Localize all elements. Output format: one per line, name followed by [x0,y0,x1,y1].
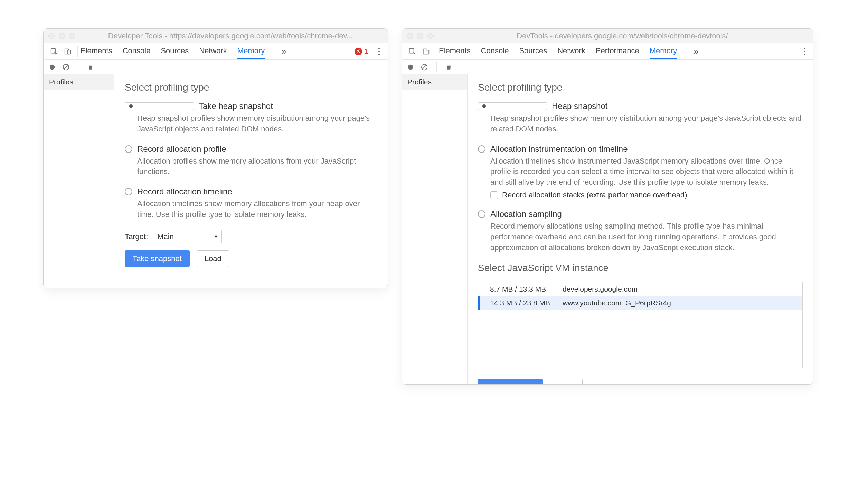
action-buttons: Take snapshot Load [125,250,377,267]
close-window-icon[interactable] [48,33,55,39]
chevron-down-icon: ▾ [215,233,217,240]
settings-kebab-icon[interactable] [374,43,384,60]
option-description: Record memory allocations using sampling… [478,221,803,253]
vm-size: 8.7 MB / 13.3 MB [480,285,559,293]
page-heading: Select profiling type [125,82,377,93]
titlebar: DevTools - developers.google.com/web/too… [402,29,813,43]
tab-sources[interactable]: Sources [519,43,547,59]
action-buttons: Take snapshot Load [478,379,803,384]
sidebar: Profiles [44,74,114,288]
option-label: Record allocation timeline [137,187,232,196]
vm-instance-table: 8.7 MB / 13.3 MB developers.google.com 1… [478,282,803,368]
tab-sources[interactable]: Sources [161,43,189,59]
vm-row[interactable]: 8.7 MB / 13.3 MB developers.google.com [478,282,802,296]
main-content: Select profiling type Heap snapshot Heap… [468,74,813,384]
record-icon[interactable] [48,63,57,72]
error-badge[interactable]: ✕ 1 [355,47,368,55]
devtools-tabbar: Elements Console Sources Network Perform… [402,43,813,60]
target-value: Main [157,232,174,241]
close-window-icon[interactable] [407,33,413,39]
checkbox-label: Record allocation stacks (extra performa… [502,191,687,200]
error-icon: ✕ [355,48,362,55]
take-snapshot-button[interactable]: Take snapshot [478,379,543,384]
inspect-element-icon[interactable] [405,43,419,60]
zoom-window-icon[interactable] [427,33,434,39]
trash-icon[interactable] [444,63,453,72]
profile-option-heap-snapshot[interactable]: Heap snapshot Heap snapshot profiles sho… [478,101,803,135]
radio-icon[interactable] [478,102,547,110]
settings-kebab-icon[interactable] [799,43,810,60]
devtools-tabbar: Elements Console Sources Network Memory … [44,43,388,60]
tab-memory[interactable]: Memory [650,43,677,59]
radio-icon[interactable] [478,210,485,218]
tabs-overflow-icon[interactable]: » [275,46,286,57]
device-mode-icon[interactable] [419,43,433,60]
checkbox-icon[interactable] [490,191,498,199]
tabs: Elements Console Sources Network Perform… [439,43,699,59]
separator [371,46,371,57]
devtools-window-right: DevTools - developers.google.com/web/too… [402,28,813,385]
radio-icon[interactable] [478,145,485,153]
traffic-lights [48,33,75,39]
option-label: Allocation sampling [490,209,562,219]
tab-elements[interactable]: Elements [439,43,471,59]
record-stacks-checkbox-row[interactable]: Record allocation stacks (extra performa… [490,191,803,200]
svg-rect-2 [68,50,70,54]
minimize-window-icon[interactable] [59,33,65,39]
profile-option-allocation-profile[interactable]: Record allocation profile Allocation pro… [125,144,377,177]
vm-heading: Select JavaScript VM instance [478,263,803,274]
devtools-window-left: Developer Tools - https://developers.goo… [43,28,388,288]
tab-console[interactable]: Console [481,43,509,59]
profile-option-allocation-timeline[interactable]: Record allocation timeline Allocation ti… [125,187,377,220]
radio-icon[interactable] [125,188,132,195]
tabs-overflow-icon[interactable]: » [687,46,698,57]
panel-body: Profiles Select profiling type Take heap… [44,74,388,288]
profile-option-allocation-timeline[interactable]: Allocation instrumentation on timeline A… [478,144,803,200]
record-icon[interactable] [406,63,415,72]
option-description: Allocation timelines show memory allocat… [125,199,377,220]
load-button[interactable]: Load [197,250,229,267]
vm-row[interactable]: 14.3 MB / 23.8 MB www.youtube.com: G_P6r… [478,296,802,310]
vm-name: developers.google.com [559,285,638,293]
option-label: Record allocation profile [137,144,226,154]
tab-network[interactable]: Network [557,43,585,59]
svg-rect-7 [426,50,429,54]
target-select[interactable]: Main ▾ [153,230,222,244]
radio-icon[interactable] [125,145,132,153]
minimize-window-icon[interactable] [417,33,423,39]
option-label: Take heap snapshot [199,101,273,111]
sidebar-item-profiles[interactable]: Profiles [402,74,467,90]
profiles-toolbar [44,60,388,74]
take-snapshot-button[interactable]: Take snapshot [125,250,190,267]
option-description: Heap snapshot profiles show memory distr… [478,113,803,135]
option-description: Allocation timelines show instrumented J… [478,156,803,188]
vm-size: 14.3 MB / 23.8 MB [480,299,559,307]
tab-network[interactable]: Network [199,43,227,59]
zoom-window-icon[interactable] [69,33,75,39]
separator [796,46,796,57]
trash-icon[interactable] [86,63,95,72]
tab-console[interactable]: Console [123,43,151,59]
device-mode-icon[interactable] [61,43,75,60]
tab-elements[interactable]: Elements [81,43,112,59]
load-button[interactable]: Load [550,379,583,384]
option-description: Heap snapshot profiles show memory distr… [125,113,377,135]
option-description: Allocation profiles show memory allocati… [125,156,377,177]
separator [436,62,437,72]
target-row: Target: Main ▾ [125,230,377,244]
clear-icon[interactable] [62,63,70,72]
option-label: Allocation instrumentation on timeline [490,144,628,154]
inspect-element-icon[interactable] [47,43,61,60]
radio-icon[interactable] [125,102,194,110]
tab-performance[interactable]: Performance [596,43,639,59]
tab-memory[interactable]: Memory [237,43,265,59]
svg-point-3 [50,64,55,70]
main-content: Select profiling type Take heap snapshot… [114,74,388,288]
profile-option-heap-snapshot[interactable]: Take heap snapshot Heap snapshot profile… [125,101,377,135]
svg-point-8 [408,64,413,70]
sidebar-item-profiles[interactable]: Profiles [44,74,114,90]
profile-option-allocation-sampling[interactable]: Allocation sampling Record memory alloca… [478,209,803,253]
clear-icon[interactable] [420,63,429,72]
separator [78,62,78,72]
separator [436,46,436,57]
